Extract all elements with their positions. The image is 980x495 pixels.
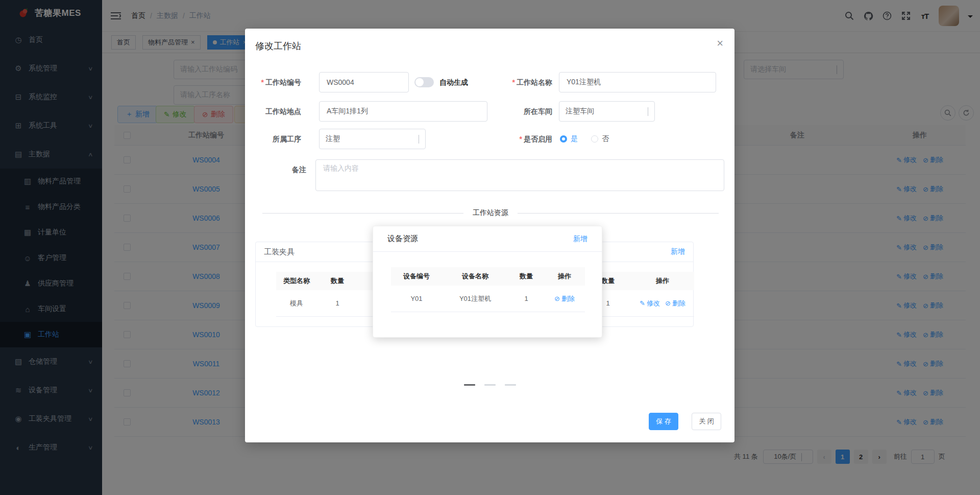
enabled-radio-group: 是 否 [560, 129, 609, 149]
location-input[interactable] [319, 101, 487, 122]
auto-generate-toggle[interactable] [414, 77, 434, 87]
radio-no[interactable]: 否 [591, 134, 609, 144]
col-header: 操作 [631, 276, 694, 286]
code-label: *工作站编号 [245, 72, 301, 92]
close-icon[interactable]: × [717, 38, 723, 49]
save-button[interactable]: 保 存 [649, 413, 678, 430]
col-header: 操作 [544, 272, 585, 281]
pencil-icon: ✎ [640, 299, 645, 307]
fixture-card-title: 工装夹具 [264, 247, 295, 257]
cell-qty: 1 [317, 299, 358, 307]
col-header: 数量 [317, 276, 358, 286]
trash-icon: ⊘ [554, 295, 560, 302]
delete-link[interactable]: ⊘删除 [665, 299, 685, 308]
section-title: 工作站资源 [463, 208, 518, 218]
auto-generate-label: 自动生成 [439, 72, 468, 92]
add-link[interactable]: 新增 [573, 234, 587, 244]
edit-workstation-dialog: 修改工作站 × *工作站编号 自动生成 *工作站名称 工作站地点 所在车间 注塑… [245, 29, 734, 442]
equipment-card-title: 设备资源 [387, 234, 418, 244]
carousel-indicator[interactable] [505, 384, 516, 386]
workshop-select[interactable]: 注塑车间 [559, 101, 655, 122]
enabled-label: *是否启用 [490, 129, 552, 149]
carousel-indicator[interactable] [484, 384, 496, 386]
dialog-title: 修改工作站 [255, 40, 301, 52]
delete-link[interactable]: ⊘删除 [554, 294, 575, 303]
add-link[interactable]: 新增 [671, 247, 685, 256]
carousel-indicator[interactable] [464, 384, 475, 386]
chevron-down-icon [648, 107, 648, 115]
equipment-resource-card: 设备资源 新增 设备编号 设备名称 数量 操作 Y01 Y01注塑机 1 ⊘删除 [373, 226, 602, 338]
col-header: 设备名称 [442, 272, 508, 281]
cell-type: 模具 [276, 299, 317, 308]
process-select[interactable]: 注塑 [319, 129, 426, 149]
trash-icon: ⊘ [665, 299, 671, 307]
equipment-table: 设备编号 设备名称 数量 操作 Y01 Y01注塑机 1 ⊘删除 [391, 267, 585, 312]
edit-link[interactable]: ✎修改 [640, 299, 660, 308]
carousel-indicators [245, 384, 734, 386]
remark-textarea[interactable] [315, 159, 724, 191]
name-input[interactable] [559, 72, 716, 92]
cell-name: Y01注塑机 [442, 294, 508, 303]
table-row: Y01 Y01注塑机 1 ⊘删除 [391, 286, 585, 312]
section-divider: 工作站资源 [262, 208, 719, 218]
dialog-close-button[interactable]: 关 闭 [692, 413, 721, 430]
cell-code: Y01 [391, 295, 442, 302]
radio-yes[interactable]: 是 [560, 134, 578, 144]
col-header: 类型名称 [276, 276, 317, 286]
name-label: *工作站名称 [490, 72, 552, 92]
code-input[interactable] [319, 72, 409, 92]
process-label: 所属工序 [245, 129, 301, 149]
col-header: 设备编号 [391, 272, 442, 281]
cell-qty: 1 [508, 295, 544, 302]
workshop-label: 所在车间 [490, 101, 552, 122]
chevron-down-icon [419, 135, 419, 143]
location-label: 工作站地点 [245, 101, 301, 122]
remark-label: 备注 [250, 164, 306, 175]
col-header: 数量 [508, 272, 544, 281]
